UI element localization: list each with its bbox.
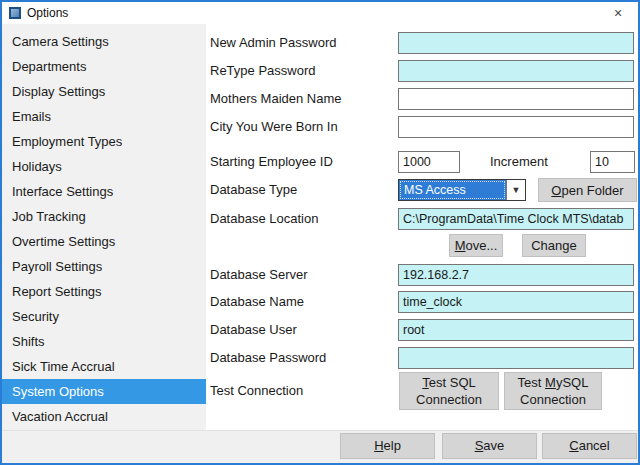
title-bar: Options × — [2, 2, 638, 24]
sidebar-item-report-settings[interactable]: Report Settings — [2, 279, 206, 304]
starting-employee-id-label: Starting Employee ID — [210, 154, 333, 170]
database-user-label: Database User — [210, 322, 297, 338]
sidebar-item-display-settings[interactable]: Display Settings — [2, 79, 206, 104]
move-button[interactable]: Move... — [449, 234, 503, 257]
mothers-maiden-name-field[interactable] — [398, 88, 634, 110]
app-icon — [9, 7, 21, 19]
database-server-label: Database Server — [210, 267, 308, 283]
options-dialog: Options × Camera Settings Departments Di… — [0, 0, 640, 465]
city-born-label: City You Were Born In — [210, 119, 338, 135]
city-born-field[interactable] — [398, 116, 634, 138]
sidebar-item-camera-settings[interactable]: Camera Settings — [2, 29, 206, 54]
cancel-button[interactable]: Cancel — [542, 433, 637, 459]
increment-field[interactable] — [590, 151, 635, 173]
sidebar-item-employment-types[interactable]: Employment Types — [2, 129, 206, 154]
sidebar-item-system-options[interactable]: System Options — [2, 379, 206, 404]
sidebar-item-emails[interactable]: Emails — [2, 104, 206, 129]
database-password-label: Database Password — [210, 350, 326, 366]
starting-employee-id-field[interactable] — [398, 151, 460, 173]
footer-bar: Help Save Cancel — [2, 430, 638, 463]
mothers-maiden-name-label: Mothers Maiden Name — [210, 91, 342, 107]
test-sql-connection-button[interactable]: Test SQL Connection — [399, 372, 499, 410]
database-type-select[interactable]: MS Access ▼ — [398, 179, 526, 201]
retype-password-label: ReType Password — [210, 63, 316, 79]
save-button[interactable]: Save — [442, 433, 537, 459]
sidebar-item-departments[interactable]: Departments — [2, 54, 206, 79]
change-button[interactable]: Change — [522, 234, 586, 257]
database-type-selected-value: MS Access — [400, 181, 505, 199]
sidebar-item-payroll-settings[interactable]: Payroll Settings — [2, 254, 206, 279]
sidebar: Camera Settings Departments Display Sett… — [2, 24, 206, 430]
database-location-label: Database Location — [210, 211, 318, 227]
sidebar-item-job-tracking[interactable]: Job Tracking — [2, 204, 206, 229]
database-name-label: Database Name — [210, 294, 304, 310]
chevron-down-icon[interactable]: ▼ — [506, 180, 525, 200]
sidebar-item-overtime-settings[interactable]: Overtime Settings — [2, 229, 206, 254]
sidebar-item-vacation-accrual[interactable]: Vacation Accrual — [2, 404, 206, 429]
database-type-label: Database Type — [210, 182, 297, 198]
new-admin-password-label: New Admin Password — [210, 35, 336, 51]
sidebar-item-holidays[interactable]: Holidays — [2, 154, 206, 179]
database-user-field[interactable] — [398, 319, 634, 341]
database-password-field[interactable] — [398, 347, 634, 369]
open-folder-button[interactable]: Open Folder — [538, 178, 637, 202]
database-location-field[interactable] — [398, 208, 634, 230]
retype-password-field[interactable] — [398, 60, 634, 82]
sidebar-item-shifts[interactable]: Shifts — [2, 329, 206, 354]
new-admin-password-field[interactable] — [398, 32, 634, 54]
close-icon[interactable]: × — [608, 4, 628, 22]
database-name-field[interactable] — [398, 291, 634, 313]
test-connection-label: Test Connection — [210, 383, 303, 399]
sidebar-item-sick-time-accrual[interactable]: Sick Time Accrual — [2, 354, 206, 379]
increment-label: Increment — [490, 154, 548, 170]
window-title: Options — [27, 6, 68, 20]
sidebar-item-security[interactable]: Security — [2, 304, 206, 329]
sidebar-item-interface-settings[interactable]: Interface Settings — [2, 179, 206, 204]
database-server-field[interactable] — [398, 264, 634, 286]
help-button[interactable]: Help — [340, 433, 435, 459]
test-mysql-connection-button[interactable]: Test MySQL Connection — [504, 372, 602, 410]
